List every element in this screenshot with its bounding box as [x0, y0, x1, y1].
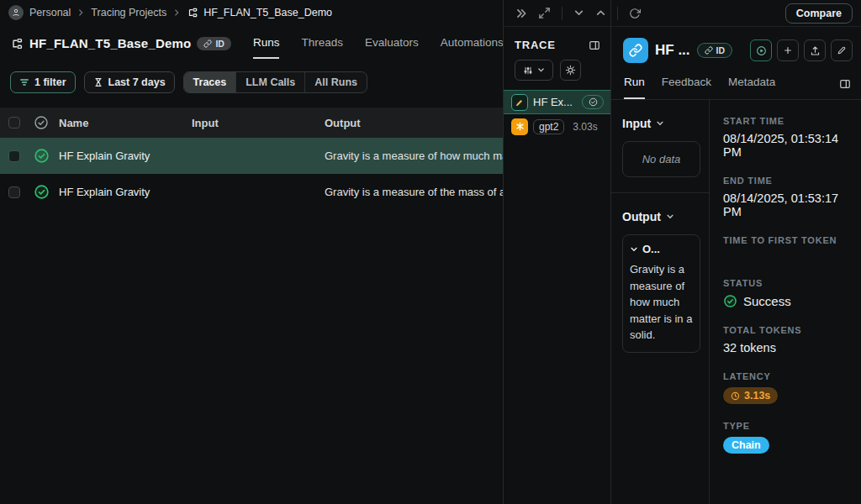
play-icon	[756, 45, 767, 56]
latency-label: LATENCY	[723, 371, 851, 381]
select-all-checkbox[interactable]	[8, 117, 20, 129]
success-status-icon	[723, 294, 737, 308]
tab-runs[interactable]: Runs	[253, 36, 280, 59]
segment-traces[interactable]: Traces	[184, 72, 236, 92]
avatar[interactable]	[8, 5, 24, 20]
chevron-down-icon	[656, 119, 664, 128]
model-icon	[515, 122, 525, 131]
output-section-toggle[interactable]: Output	[622, 210, 700, 223]
run-details-body: Input No data Output	[611, 100, 861, 504]
add-button[interactable]	[777, 39, 799, 61]
tab-feedback[interactable]: Feedback	[662, 76, 711, 99]
output-box-header: O...	[642, 243, 660, 255]
column-header-name[interactable]: Name	[59, 117, 192, 129]
edit-icon	[837, 45, 847, 55]
sliders-icon	[523, 66, 533, 76]
model-name-badge: gpt2	[533, 119, 564, 134]
end-time-value: 08/14/2025, 01:53:17 PM	[723, 192, 851, 218]
runs-table: Name Input Output HF Explain Gravity Gra…	[0, 108, 503, 210]
run-metadata-column: START TIME 08/14/2025, 01:53:14 PM END T…	[710, 100, 861, 504]
breadcrumb-item-project[interactable]: HF_FLAN_T5_Base_Demo	[187, 7, 332, 18]
trace-tree-item-llm[interactable]: gpt2 3.03s	[504, 114, 610, 139]
trace-settings-button[interactable]	[560, 60, 581, 81]
playground-button[interactable]	[750, 39, 772, 61]
row-checkbox[interactable]	[8, 186, 20, 198]
gear-icon	[565, 65, 576, 76]
filter-icon	[19, 77, 29, 87]
date-range-label: Last 7 days	[108, 76, 166, 88]
total-tokens-field: TOTAL TOKENS 32 tokens	[723, 325, 851, 354]
chevron-down-icon	[630, 245, 638, 254]
breadcrumb-item-personal[interactable]: Personal	[29, 7, 71, 18]
run-name: HF Explain Gravity	[59, 150, 192, 162]
start-time-label: START TIME	[723, 116, 851, 126]
status-field: STATUS Success	[723, 278, 851, 308]
tab-metadata[interactable]: Metadata	[728, 76, 775, 99]
trace-tree-item-chain[interactable]: HF Ex...	[504, 90, 610, 114]
trace-view-options-button[interactable]	[515, 60, 553, 81]
project-id-badge[interactable]: ID	[197, 37, 231, 50]
end-time-label: END TIME	[723, 176, 851, 186]
output-box-toggle[interactable]: O...	[630, 243, 693, 255]
avatar-icon	[11, 8, 21, 18]
run-id-label: ID	[716, 45, 726, 55]
input-data-box: No data	[622, 141, 700, 177]
columns-icon[interactable]	[839, 78, 851, 97]
input-empty-text: No data	[629, 153, 694, 165]
input-section: Input No data	[611, 100, 709, 193]
hourglass-icon	[93, 77, 103, 87]
table-row[interactable]: HF Explain Gravity Gravity is a measure …	[0, 138, 503, 174]
segment-llm-calls[interactable]: LLM Calls	[235, 72, 304, 92]
column-header-input[interactable]: Input	[192, 117, 325, 129]
filter-button-label: 1 filter	[34, 76, 66, 88]
run-id-badge[interactable]: ID	[697, 43, 733, 58]
link-icon	[203, 39, 212, 48]
trace-panel: TRACE HF Ex...	[503, 0, 610, 504]
share-button[interactable]	[804, 39, 826, 61]
run-output: Gravity is a measure of how much matt	[325, 150, 503, 162]
breadcrumb-project-label: HF_FLAN_T5_Base_Demo	[203, 7, 332, 18]
column-header-output[interactable]: Output	[325, 117, 503, 129]
total-tokens-value: 32 tokens	[723, 341, 851, 354]
input-section-label: Input	[622, 117, 651, 130]
check-circle-icon[interactable]	[582, 95, 604, 109]
trace-panel-header: TRACE	[504, 27, 610, 51]
tab-run[interactable]: Run	[624, 76, 645, 99]
date-range-button[interactable]: Last 7 days	[84, 71, 175, 93]
io-column: Input No data Output	[611, 100, 710, 504]
tab-threads[interactable]: Threads	[301, 36, 343, 59]
llm-run-icon	[511, 118, 528, 135]
chain-link-icon	[623, 38, 648, 63]
run-title: HF ...	[655, 42, 690, 59]
segment-all-runs[interactable]: All Runs	[304, 72, 367, 92]
row-checkbox[interactable]	[8, 150, 20, 162]
tab-evaluators[interactable]: Evaluators	[365, 36, 419, 59]
status-value: Success	[743, 294, 791, 308]
link-icon	[705, 46, 713, 55]
output-section-label: Output	[622, 210, 661, 223]
main-area: Personal Tracing Projects HF_FLAN_T5_Bas…	[0, 0, 503, 504]
breadcrumb-item-tracing-projects[interactable]: Tracing Projects	[91, 7, 166, 18]
chevron-right-icon	[172, 8, 181, 17]
ttft-label: TIME TO FIRST TOKEN	[723, 235, 851, 245]
columns-icon[interactable]	[589, 39, 600, 51]
chevron-right-icon	[77, 8, 85, 17]
table-row[interactable]: HF Explain Gravity Gravity is a measure …	[0, 174, 503, 210]
success-status-icon	[34, 148, 59, 164]
output-data-box: O... Gravity is a measure of how much ma…	[622, 234, 700, 353]
tab-automations[interactable]: Automations	[441, 36, 504, 59]
input-section-toggle[interactable]: Input	[622, 117, 700, 130]
trace-tools	[515, 60, 610, 81]
project-header: HF_FLAN_T5_Base_Demo ID Runs Threads Eva…	[0, 36, 503, 59]
success-status-icon	[34, 184, 59, 200]
end-time-field: END TIME 08/14/2025, 01:53:17 PM	[723, 176, 851, 218]
start-time-field: START TIME 08/14/2025, 01:53:14 PM	[723, 116, 851, 159]
latency-badge: 3.13s	[723, 387, 778, 404]
project-title-group: HF_FLAN_T5_Base_Demo ID	[10, 36, 231, 59]
status-label: STATUS	[723, 278, 851, 288]
run-details-header: HF ... ID	[611, 27, 861, 63]
project-tabs: Runs Threads Evaluators Automations	[253, 36, 504, 59]
upload-icon	[810, 45, 821, 56]
filter-button[interactable]: 1 filter	[10, 71, 76, 93]
edit-button[interactable]	[831, 39, 853, 61]
